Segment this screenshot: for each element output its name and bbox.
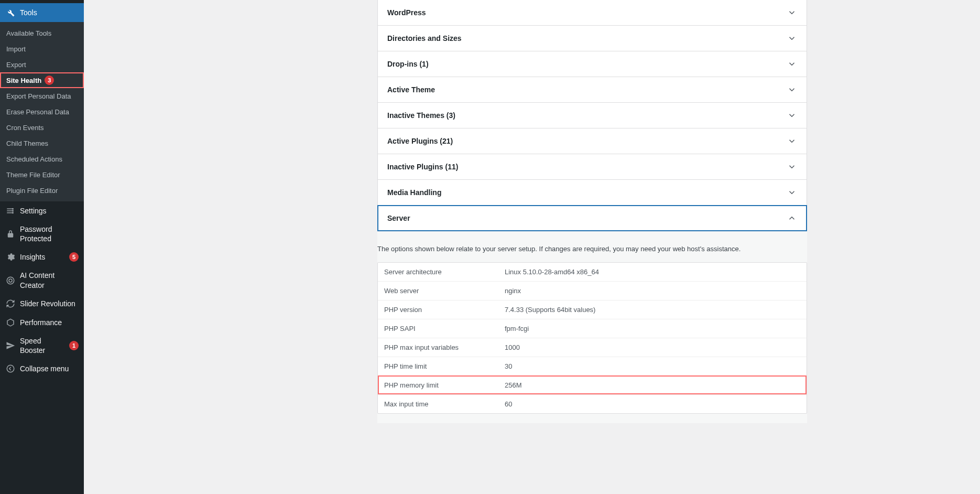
- accordion-header[interactable]: Directories and Sizes: [378, 26, 807, 51]
- accordion-item: Inactive Plugins (11): [377, 154, 807, 180]
- accordion-title: Inactive Plugins (11): [387, 163, 458, 171]
- table-row: PHP max input variables1000: [378, 338, 807, 357]
- accordion-item: Active Plugins (21): [377, 128, 807, 154]
- row-key: Server architecture: [378, 263, 498, 281]
- chevron-down-icon: [787, 59, 797, 69]
- sidebar-item-collapse-menu[interactable]: Collapse menu: [0, 359, 84, 378]
- accordion-title: Inactive Themes (3): [387, 111, 455, 120]
- sub-item-available-tools[interactable]: Available Tools: [0, 25, 84, 41]
- collapse-icon: [5, 363, 16, 374]
- notification-badge: 3: [45, 76, 54, 85]
- row-key: Web server: [378, 282, 498, 300]
- refresh-icon: [5, 298, 16, 309]
- accordion-title: Active Theme: [387, 85, 435, 94]
- table-row: Max input time60: [378, 394, 807, 413]
- row-value: 60: [498, 395, 807, 413]
- sidebar-item-tools[interactable]: Tools: [0, 3, 84, 22]
- row-value: 1000: [498, 338, 807, 357]
- site-health-info-panels: WordPressDirectories and SizesDrop-ins (…: [377, 0, 807, 423]
- row-key: PHP version: [378, 300, 498, 319]
- chevron-down-icon: [787, 136, 797, 146]
- table-row: Web servernginx: [378, 281, 807, 300]
- sub-item-export[interactable]: Export: [0, 57, 84, 72]
- sub-item-label: Site Health: [6, 77, 41, 84]
- sub-item-scheduled-actions[interactable]: Scheduled Actions: [0, 151, 84, 167]
- sidebar-item-speed-booster[interactable]: Speed Booster1: [0, 332, 84, 359]
- server-table: Server architectureLinux 5.10.0-28-amd64…: [377, 262, 807, 414]
- sidebar-item-ai-content-creator[interactable]: AI Content Creator: [0, 266, 84, 294]
- chevron-down-icon: [787, 162, 797, 172]
- sub-item-import[interactable]: Import: [0, 41, 84, 57]
- sub-item-label: Export Personal Data: [6, 92, 71, 100]
- svg-point-6: [7, 277, 14, 284]
- svg-point-5: [12, 212, 14, 213]
- table-row: Server architectureLinux 5.10.0-28-amd64…: [378, 263, 807, 281]
- svg-rect-0: [7, 209, 13, 210]
- admin-sidebar: Tools Available ToolsImportExportSite He…: [0, 0, 84, 494]
- accordion-item: Media Handling: [377, 179, 807, 206]
- table-row: PHP SAPIfpm-fcgi: [378, 319, 807, 338]
- main-content: WordPressDirectories and SizesDrop-ins (…: [84, 0, 980, 494]
- row-value: 7.4.33 (Supports 64bit values): [498, 300, 807, 319]
- sidebar-item-slider-revolution[interactable]: Slider Revolution: [0, 294, 84, 313]
- gear-icon: [5, 252, 16, 262]
- accordion-header-server[interactable]: Server: [378, 206, 807, 231]
- tools-submenu: Available ToolsImportExportSite Health3E…: [0, 22, 84, 201]
- accordion-item: WordPress: [377, 0, 807, 26]
- server-description: The options shown below relate to your s…: [377, 241, 807, 262]
- accordion-header[interactable]: Inactive Themes (3): [378, 103, 807, 128]
- sub-item-plugin-file-editor[interactable]: Plugin File Editor: [0, 182, 84, 198]
- row-key: PHP memory limit: [378, 376, 498, 394]
- accordion-header[interactable]: Active Theme: [378, 77, 807, 102]
- accordion-body-server: The options shown below relate to your s…: [377, 231, 807, 423]
- row-value: nginx: [498, 282, 807, 300]
- sub-item-label: Erase Personal Data: [6, 108, 69, 116]
- sub-item-export-personal-data[interactable]: Export Personal Data: [0, 88, 84, 104]
- sub-item-label: Available Tools: [6, 29, 51, 37]
- accordion-title: Media Handling: [387, 188, 441, 197]
- sub-item-label: Theme File Editor: [6, 171, 60, 179]
- row-value: Linux 5.10.0-28-amd64 x86_64: [498, 263, 807, 281]
- sub-item-cron-events[interactable]: Cron Events: [0, 120, 84, 135]
- sub-item-site-health[interactable]: Site Health3: [0, 72, 84, 88]
- svg-rect-2: [7, 212, 13, 213]
- sidebar-item-settings[interactable]: Settings: [0, 201, 84, 220]
- svg-point-4: [12, 210, 14, 212]
- sub-item-label: Import: [6, 45, 26, 53]
- sidebar-item-password-protected[interactable]: Password Protected: [0, 220, 84, 248]
- sub-item-erase-personal-data[interactable]: Erase Personal Data: [0, 104, 84, 120]
- sidebar-item-label: Slider Revolution: [20, 299, 79, 308]
- sub-item-label: Scheduled Actions: [6, 155, 62, 163]
- accordion-title: Drop-ins (1): [387, 60, 429, 68]
- accordion-item: Active Theme: [377, 77, 807, 103]
- sub-item-theme-file-editor[interactable]: Theme File Editor: [0, 167, 84, 182]
- table-row: PHP time limit30: [378, 357, 807, 375]
- accordion-header[interactable]: WordPress: [378, 0, 807, 25]
- sidebar-item-insights[interactable]: Insights5: [0, 248, 84, 266]
- sidebar-item-performance[interactable]: Performance: [0, 313, 84, 332]
- accordion-title: Directories and Sizes: [387, 34, 462, 42]
- accordion-item: Drop-ins (1): [377, 51, 807, 77]
- accordion-header[interactable]: Drop-ins (1): [378, 51, 807, 77]
- sidebar-item-label: Collapse menu: [20, 364, 79, 373]
- row-value: 256M: [498, 376, 807, 394]
- accordion-header[interactable]: Active Plugins (21): [378, 128, 807, 154]
- sidebar-item-label: Tools: [20, 8, 79, 17]
- accordion-header[interactable]: Inactive Plugins (11): [378, 154, 807, 179]
- row-key: PHP max input variables: [378, 338, 498, 357]
- row-key: Max input time: [378, 395, 498, 413]
- notification-badge: 5: [69, 252, 79, 262]
- chevron-down-icon: [787, 33, 797, 44]
- sidebar-item-label: Insights: [20, 252, 66, 262]
- accordion-title: WordPress: [387, 8, 426, 17]
- accordion-title: Server: [387, 214, 410, 222]
- row-value: fpm-fcgi: [498, 319, 807, 338]
- chevron-up-icon: [787, 213, 797, 223]
- accordion-title: Active Plugins (21): [387, 137, 453, 145]
- lock-icon: [5, 229, 16, 239]
- box-icon: [5, 317, 16, 328]
- row-key: PHP SAPI: [378, 319, 498, 338]
- sub-item-label: Plugin File Editor: [6, 187, 58, 195]
- accordion-header[interactable]: Media Handling: [378, 180, 807, 205]
- sub-item-child-themes[interactable]: Child Themes: [0, 135, 84, 151]
